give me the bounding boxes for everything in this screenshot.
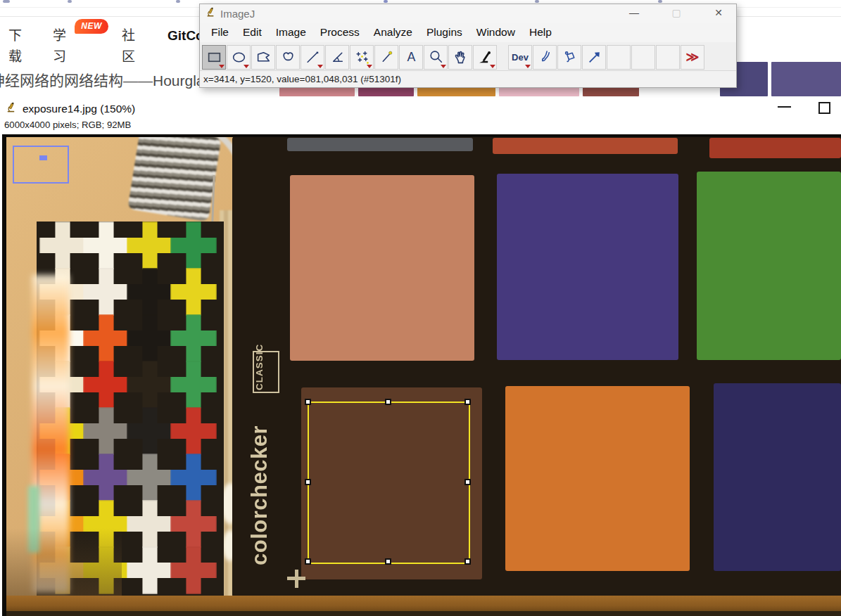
more-tools-icon: ≫ bbox=[686, 49, 700, 65]
blank-tool-slot[interactable] bbox=[607, 45, 631, 70]
puzzle-block bbox=[83, 222, 129, 269]
point-icon bbox=[354, 49, 370, 65]
nav-item-4[interactable]: GitCo bbox=[167, 25, 204, 46]
image-window-titlebar[interactable]: exposure14.jpg (150%) bbox=[0, 98, 841, 120]
text-tool-button[interactable]: A bbox=[399, 45, 423, 70]
fill-tool-button[interactable] bbox=[557, 45, 581, 70]
selection-handle[interactable] bbox=[464, 399, 471, 405]
fill-icon bbox=[562, 49, 578, 65]
puzzle-block bbox=[170, 500, 217, 548]
dev-tool-button[interactable]: Dev bbox=[508, 45, 532, 70]
maximize-button[interactable]: ▢ bbox=[666, 4, 687, 23]
imagej-titlebar[interactable]: ImageJ — ▢ ✕ bbox=[200, 4, 736, 23]
selection-handle[interactable] bbox=[385, 399, 391, 405]
menu-window[interactable]: Window bbox=[469, 23, 522, 42]
selection-handle[interactable] bbox=[305, 399, 311, 405]
maximize-button[interactable] bbox=[818, 102, 830, 114]
canvas-border bbox=[2, 134, 841, 137]
tab-text-fragment bbox=[68, 0, 72, 3]
puzzle-block bbox=[170, 361, 217, 409]
polygon-tool-button[interactable] bbox=[251, 45, 275, 70]
tab-text-fragment bbox=[658, 0, 662, 3]
article-title: 神经网络的网络结构——Hourglass bbox=[0, 69, 220, 90]
menu-analyze[interactable]: Analyze bbox=[367, 23, 419, 42]
puzzle-block bbox=[170, 407, 217, 455]
imagej-window-title: ImageJ bbox=[220, 8, 255, 20]
minimize-button[interactable] bbox=[778, 106, 791, 108]
dropdown-arrow-icon bbox=[525, 65, 531, 68]
colorchecker-patch-blue bbox=[714, 383, 841, 571]
freehand-tool-button[interactable] bbox=[276, 45, 300, 70]
canvas-border bbox=[2, 134, 6, 616]
imagej-window: ImageJ — ▢ ✕ FileEditImageProcessAnalyze… bbox=[199, 4, 737, 88]
colorchecker-patch-green bbox=[697, 172, 841, 360]
selection-handle[interactable] bbox=[305, 558, 311, 565]
puzzle-block bbox=[127, 222, 173, 269]
puzzle-block bbox=[170, 222, 217, 269]
menu-file[interactable]: File bbox=[204, 23, 236, 42]
brush-tool-button[interactable] bbox=[533, 45, 557, 70]
puzzle-block bbox=[170, 546, 217, 594]
arrow-tool-button[interactable] bbox=[582, 45, 606, 70]
selection-handle[interactable] bbox=[464, 479, 471, 485]
puzzle-block bbox=[170, 268, 217, 316]
tab-text-fragment bbox=[3, 0, 10, 3]
nav-item-2[interactable]: 学习 bbox=[53, 25, 66, 68]
rectangle-tool-button[interactable] bbox=[202, 45, 226, 70]
selection-handle[interactable] bbox=[464, 558, 471, 565]
close-button[interactable]: ✕ bbox=[708, 4, 729, 23]
dropdown-arrow-icon bbox=[317, 65, 323, 68]
line-tool-button[interactable] bbox=[301, 45, 324, 70]
zoom-tool-button[interactable] bbox=[424, 45, 448, 70]
hand-tool-button[interactable] bbox=[448, 45, 472, 70]
puzzle-block bbox=[127, 361, 173, 409]
puzzle-block bbox=[127, 546, 173, 594]
imagej-status-bar: x=3414, y=1520, value=081,048,031 (#5130… bbox=[200, 70, 736, 87]
puzzle-block bbox=[83, 361, 129, 409]
image-window-title: exposure14.jpg (150%) bbox=[23, 103, 135, 115]
menu-help[interactable]: Help bbox=[522, 23, 559, 42]
minimize-button[interactable]: — bbox=[624, 4, 645, 23]
oval-tool-button[interactable] bbox=[227, 45, 251, 70]
dropdown-arrow-icon bbox=[219, 65, 225, 68]
selection-handle[interactable] bbox=[385, 558, 391, 565]
freehand-icon bbox=[280, 49, 296, 65]
point-tool-button[interactable] bbox=[350, 45, 374, 70]
nav-item-3[interactable]: 社区 bbox=[122, 25, 135, 68]
zoom-icon bbox=[428, 49, 444, 65]
colorchecker-patch-purple bbox=[497, 174, 678, 360]
tab-text-fragment bbox=[176, 0, 180, 3]
wand-tool-button[interactable] bbox=[374, 45, 398, 70]
new-badge: NEW bbox=[75, 19, 108, 34]
imagej-logo-icon bbox=[6, 101, 16, 116]
menu-edit[interactable]: Edit bbox=[236, 23, 269, 42]
colorchecker-series-label: CLASSIC bbox=[253, 351, 279, 393]
puzzle-block bbox=[127, 500, 173, 548]
blank-tool-slot[interactable] bbox=[656, 45, 680, 70]
menu-plugins[interactable]: Plugins bbox=[419, 23, 469, 42]
angle-tool-button[interactable] bbox=[325, 45, 349, 70]
colorchecker-patch-red-sliver bbox=[709, 138, 841, 158]
colorchecker-patch-orange bbox=[505, 386, 690, 571]
dropdown-arrow-icon bbox=[441, 65, 446, 68]
dropper-tool-button[interactable] bbox=[473, 45, 497, 70]
puzzle-block bbox=[83, 454, 129, 501]
blank-tool-slot[interactable] bbox=[631, 45, 655, 70]
puzzle-block bbox=[127, 268, 173, 316]
more-tool-button[interactable]: ≫ bbox=[681, 45, 704, 70]
puzzle-block bbox=[170, 454, 217, 501]
wood-table bbox=[2, 596, 841, 612]
wand-icon bbox=[379, 49, 395, 65]
colorchecker-patch-moderate-red bbox=[290, 175, 474, 361]
dropdown-arrow-icon bbox=[367, 65, 372, 68]
menu-process[interactable]: Process bbox=[313, 23, 367, 42]
selection-handle[interactable] bbox=[305, 479, 311, 485]
roi-selection[interactable] bbox=[308, 402, 470, 564]
colorchecker-brand-label: colorchecker bbox=[247, 393, 282, 598]
brush-icon bbox=[537, 49, 553, 65]
dropdown-arrow-icon bbox=[490, 65, 495, 68]
menu-image[interactable]: Image bbox=[269, 23, 313, 42]
line-icon bbox=[305, 49, 321, 65]
image-canvas[interactable]: colorchecker CLASSIC bbox=[0, 134, 841, 616]
nav-item-1[interactable]: 下载 bbox=[8, 25, 22, 68]
